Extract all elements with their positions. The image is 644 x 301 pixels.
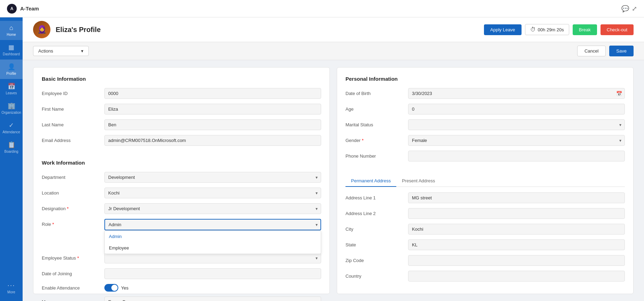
last-name-input[interactable] bbox=[104, 119, 321, 130]
apply-leave-button[interactable]: Apply Leave bbox=[484, 24, 522, 35]
email-input[interactable] bbox=[104, 135, 321, 146]
role-select[interactable]: Admin Employee bbox=[104, 219, 321, 230]
sidebar-item-attendance[interactable]: ✓ Attendance bbox=[0, 118, 23, 137]
timer-display: ⏱ 00h 29m 20s bbox=[525, 24, 569, 35]
role-dropdown-menu: Admin Employee bbox=[104, 230, 321, 254]
dashboard-icon: ▦ bbox=[8, 43, 14, 51]
sidebar-item-leaves-label: Leaves bbox=[6, 91, 17, 95]
address-tabs: Permanent Address Present Address bbox=[345, 175, 625, 187]
topbar: A A-Team 💬 ⤢ bbox=[0, 0, 644, 17]
phone-group: Phone Number bbox=[345, 151, 625, 161]
dob-input-wrap: 📅 bbox=[408, 88, 625, 99]
state-group: State bbox=[345, 239, 625, 250]
main-content: 🧕 Eliza's Profile Apply Leave ⏱ 00h 29m … bbox=[23, 17, 644, 301]
last-name-label: Last Name bbox=[42, 122, 104, 127]
gender-select[interactable]: Female Male bbox=[408, 135, 625, 146]
resize-icon[interactable]: ⤢ bbox=[632, 5, 637, 13]
sidebar-item-boarding[interactable]: 📋 Boarding bbox=[0, 137, 23, 157]
city-input[interactable] bbox=[408, 224, 625, 235]
country-input[interactable] bbox=[408, 271, 625, 282]
location-group: Location Kochi ▾ bbox=[42, 188, 321, 198]
cancel-button[interactable]: Cancel bbox=[577, 46, 606, 56]
location-label: Location bbox=[42, 190, 104, 196]
break-button[interactable]: Break bbox=[573, 24, 597, 35]
dob-group: Date of Birth 📅 bbox=[345, 88, 625, 99]
basic-info-title: Basic Information bbox=[42, 76, 321, 82]
phone-label: Phone Number bbox=[345, 153, 408, 159]
employee-status-select-wrap: ▾ bbox=[104, 253, 321, 263]
enable-attendance-label: Enable Attendance bbox=[42, 285, 104, 291]
checkout-button[interactable]: Check-out bbox=[601, 24, 634, 35]
role-group: Role Admin Employee ▾ Admin Employee bbox=[42, 219, 321, 230]
address-line1-input[interactable] bbox=[408, 192, 625, 203]
right-panel: Personal Information Date of Birth 📅 Age… bbox=[337, 67, 634, 294]
address-line2-input[interactable] bbox=[408, 208, 625, 219]
age-input[interactable] bbox=[408, 104, 625, 114]
dob-input[interactable] bbox=[408, 88, 625, 99]
content-area: Basic Information Employee ID First Name… bbox=[23, 60, 644, 301]
employee-status-group: Employee Status ▾ bbox=[42, 253, 321, 263]
actions-dropdown[interactable]: Actions ▾ bbox=[33, 46, 89, 56]
tab-permanent-address[interactable]: Permanent Address bbox=[345, 175, 396, 187]
calendar-icon[interactable]: 📅 bbox=[616, 91, 622, 96]
sidebar-item-organization[interactable]: 🏢 Organization bbox=[0, 98, 23, 118]
employee-id-input[interactable] bbox=[104, 88, 321, 99]
state-input[interactable] bbox=[408, 239, 625, 250]
sidebar-item-home[interactable]: ⌂ Home bbox=[0, 21, 23, 40]
zipcode-input[interactable] bbox=[408, 255, 625, 266]
app-name: A-Team bbox=[20, 6, 39, 11]
employee-id-group: Employee ID bbox=[42, 88, 321, 99]
enable-attendance-toggle[interactable] bbox=[104, 284, 118, 292]
department-select[interactable]: Development bbox=[104, 172, 321, 183]
address-line2-group: Address Line 2 bbox=[345, 208, 625, 219]
tab-present-address[interactable]: Present Address bbox=[396, 175, 440, 187]
gender-label: Gender bbox=[345, 138, 408, 143]
clock-icon: ⏱ bbox=[530, 26, 536, 33]
employee-status-select[interactable] bbox=[104, 253, 321, 263]
home-icon: ⌂ bbox=[9, 24, 13, 32]
sidebar-item-boarding-label: Boarding bbox=[4, 150, 18, 153]
designation-select[interactable]: Jr Development bbox=[104, 203, 321, 214]
save-button[interactable]: Save bbox=[609, 46, 634, 56]
sidebar-item-more[interactable]: ··· More bbox=[0, 278, 23, 298]
page-title: Eliza's Profile bbox=[56, 26, 101, 34]
location-select[interactable]: Kochi bbox=[104, 188, 321, 198]
attendance-icon: ✓ bbox=[9, 121, 14, 129]
profile-icon: 👤 bbox=[8, 63, 15, 71]
age-group: Age bbox=[345, 104, 625, 114]
address-line2-label: Address Line 2 bbox=[345, 211, 408, 216]
date-joining-input[interactable] bbox=[104, 268, 321, 279]
country-group: Country bbox=[345, 271, 625, 282]
leaves-icon: 📅 bbox=[8, 82, 15, 90]
actions-label: Actions bbox=[38, 48, 53, 54]
department-label: Department bbox=[42, 175, 104, 180]
chevron-down-icon: ▾ bbox=[81, 48, 84, 54]
personal-info-title: Personal Information bbox=[345, 76, 625, 82]
marital-status-select[interactable] bbox=[408, 119, 625, 130]
last-name-group: Last Name bbox=[42, 119, 321, 130]
enable-attendance-group: Enable Attendance Yes bbox=[42, 284, 321, 292]
sidebar-item-dashboard[interactable]: ▦ Dashboard bbox=[0, 40, 23, 60]
manager-select[interactable]: Emma Ben bbox=[104, 296, 321, 301]
sidebar-item-profile[interactable]: 👤 Profile bbox=[0, 60, 23, 79]
chat-icon[interactable]: 💬 bbox=[621, 5, 629, 13]
country-label: Country bbox=[345, 274, 408, 279]
zipcode-group: Zip Code bbox=[345, 255, 625, 266]
profile-header: 🧕 Eliza's Profile Apply Leave ⏱ 00h 29m … bbox=[23, 17, 644, 42]
topbar-right: 💬 ⤢ bbox=[621, 5, 637, 13]
sidebar-item-dashboard-label: Dashboard bbox=[3, 52, 20, 56]
sidebar-item-home-label: Home bbox=[7, 33, 16, 37]
first-name-input[interactable] bbox=[104, 104, 321, 114]
role-option-admin[interactable]: Admin bbox=[105, 231, 321, 242]
gender-select-wrap: Female Male ▾ bbox=[408, 135, 625, 146]
sidebar-item-leaves[interactable]: 📅 Leaves bbox=[0, 79, 23, 98]
address-line1-label: Address Line 1 bbox=[345, 195, 408, 200]
manager-group: Manager Emma Ben ▾ bbox=[42, 296, 321, 301]
phone-input[interactable] bbox=[408, 151, 625, 161]
city-label: City bbox=[345, 227, 408, 232]
designation-select-wrap: Jr Development ▾ bbox=[104, 203, 321, 214]
role-option-employee[interactable]: Employee bbox=[105, 242, 321, 254]
date-joining-label: Date of Joining bbox=[42, 271, 104, 276]
designation-group: Designation Jr Development ▾ bbox=[42, 203, 321, 214]
marital-status-select-wrap: ▾ bbox=[408, 119, 625, 130]
